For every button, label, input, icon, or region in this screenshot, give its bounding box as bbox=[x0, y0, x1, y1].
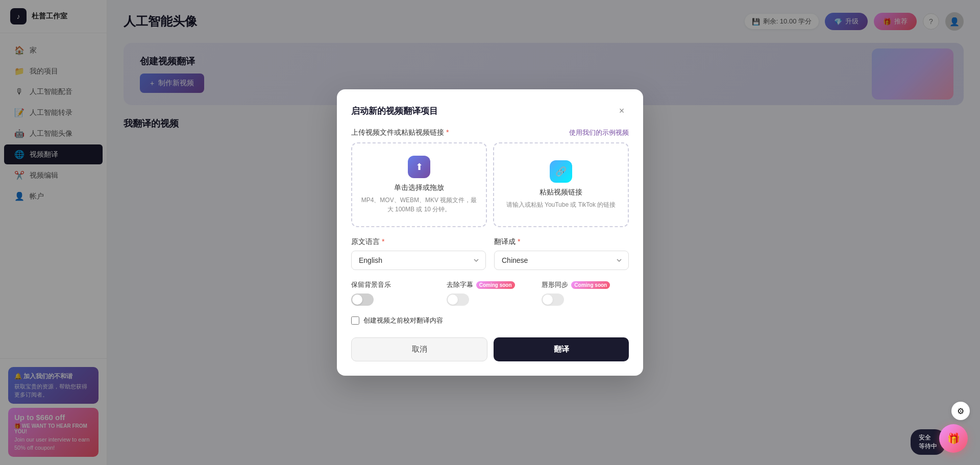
modal-close-button[interactable]: × bbox=[615, 104, 629, 118]
remove-subtitles-group: 去除字幕 Coming soon bbox=[447, 280, 534, 306]
keep-bg-music-label-row: 保留背景音乐 bbox=[351, 280, 438, 289]
target-lang-label: 翻译成 * bbox=[494, 237, 629, 247]
modal-dialog: 启动新的视频翻译项目 × 上传视频文件或粘贴视频链接 * 使用我们的示例视频 ⬆… bbox=[337, 89, 643, 376]
gift-float-icon: 🎁 bbox=[947, 432, 960, 445]
modal-actions: 取消 翻译 bbox=[351, 337, 629, 361]
lip-sync-badge: Coming soon bbox=[571, 281, 610, 289]
translate-button[interactable]: 翻译 bbox=[494, 337, 629, 361]
review-checkbox-label[interactable]: 创建视频之前校对翻译内容 bbox=[363, 316, 443, 325]
close-icon: × bbox=[619, 106, 625, 116]
settings-float-button[interactable]: ⚙ bbox=[951, 402, 970, 420]
review-checkbox[interactable] bbox=[351, 316, 359, 325]
source-language-group: 原文语言 * English Chinese Japanese Korean S… bbox=[351, 237, 486, 270]
toggle-knob bbox=[448, 295, 458, 305]
lip-sync-label-row: 唇形同步 Coming soon bbox=[542, 280, 629, 289]
target-language-group: 翻译成 * Chinese English Japanese Korean Sp… bbox=[494, 237, 629, 270]
keep-bg-music-label: 保留背景音乐 bbox=[351, 280, 391, 289]
language-selection-row: 原文语言 * English Chinese Japanese Korean S… bbox=[351, 237, 629, 270]
lip-sync-group: 唇形同步 Coming soon bbox=[542, 280, 629, 306]
lip-sync-toggle bbox=[542, 293, 564, 306]
target-language-select[interactable]: Chinese English Japanese Korean Spanish … bbox=[494, 251, 629, 270]
remove-subtitles-toggle bbox=[447, 293, 469, 306]
upload-sub-text: MP4、MOV、WEBM、MKV 视频文件，最大 100MB 或 10 分钟。 bbox=[360, 195, 478, 214]
link-upload-box[interactable]: 🔗 粘贴视频链接 请输入或粘贴 YouTube 或 TikTok 的链接 bbox=[493, 142, 629, 227]
remove-subtitles-badge: Coming soon bbox=[476, 281, 515, 289]
toggle-knob bbox=[352, 295, 362, 305]
source-required: * bbox=[382, 237, 384, 246]
upload-field-label: 上传视频文件或粘贴视频链接 * bbox=[351, 128, 449, 137]
keep-bg-music-group: 保留背景音乐 bbox=[351, 280, 438, 306]
target-required: * bbox=[518, 237, 520, 246]
toggle-knob bbox=[543, 295, 553, 305]
review-checkbox-row: 创建视频之前校对翻译内容 bbox=[351, 316, 629, 325]
file-upload-box[interactable]: ⬆ 单击选择或拖放 MP4、MOV、WEBM、MKV 视频文件，最大 100MB… bbox=[351, 142, 487, 227]
modal-overlay: 启动新的视频翻译项目 × 上传视频文件或粘贴视频链接 * 使用我们的示例视频 ⬆… bbox=[0, 0, 980, 465]
upload-label-row: 上传视频文件或粘贴视频链接 * 使用我们的示例视频 bbox=[351, 128, 629, 137]
modal-header: 启动新的视频翻译项目 × bbox=[351, 104, 629, 118]
cancel-button[interactable]: 取消 bbox=[351, 337, 487, 361]
gear-icon: ⚙ bbox=[957, 406, 964, 416]
lip-sync-label: 唇形同步 bbox=[542, 280, 568, 289]
keep-bg-music-toggle[interactable] bbox=[351, 293, 374, 306]
upload-main-text: 单击选择或拖放 bbox=[394, 183, 444, 192]
remove-subtitles-label: 去除字幕 bbox=[447, 280, 473, 289]
options-row: 保留背景音乐 去除字幕 Coming soon 唇形同步 Coming so bbox=[351, 280, 629, 306]
link-sub-text: 请输入或粘贴 YouTube 或 TikTok 的链接 bbox=[506, 200, 616, 209]
remove-subtitles-label-row: 去除字幕 Coming soon bbox=[447, 280, 534, 289]
link-icon: 🔗 bbox=[550, 160, 572, 183]
upload-file-icon: ⬆ bbox=[408, 156, 430, 178]
upload-grid: ⬆ 单击选择或拖放 MP4、MOV、WEBM、MKV 视频文件，最大 100MB… bbox=[351, 142, 629, 227]
sample-video-link[interactable]: 使用我们的示例视频 bbox=[569, 128, 629, 137]
source-lang-label: 原文语言 * bbox=[351, 237, 486, 247]
required-mark: * bbox=[446, 128, 449, 136]
modal-title: 启动新的视频翻译项目 bbox=[351, 105, 438, 117]
gift-float-button[interactable]: 🎁 bbox=[939, 424, 968, 453]
link-main-text: 粘贴视频链接 bbox=[540, 188, 582, 197]
source-language-select[interactable]: English Chinese Japanese Korean Spanish … bbox=[351, 251, 486, 270]
